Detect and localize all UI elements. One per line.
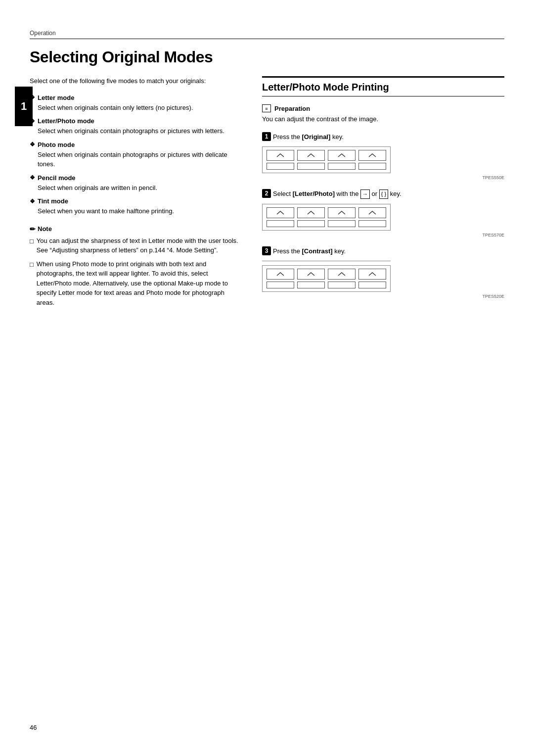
key-btn-5 [267, 163, 294, 170]
step-3-line: 3 Press the [Contrast] key. [262, 246, 504, 256]
note-pencil-icon: ✏ [30, 225, 36, 233]
diagram-label-2: TPES570E [262, 233, 504, 237]
key2-btn-5 [267, 220, 294, 227]
key-btn-8 [358, 163, 386, 170]
key2-btn-3 [328, 207, 356, 218]
note-section: ✏ Note You can adjust the sharpness of t… [30, 225, 242, 308]
step-2-text: Select [Letter/Photo] with the → or { } … [273, 189, 401, 199]
step-1-text: Press the [Original] key. [273, 132, 344, 142]
mode-letterphoto-title-text: Letter/Photo mode [38, 117, 94, 125]
keyboard-diagram-3 [262, 265, 391, 292]
step-2-block: 2 Select [Letter/Photo] with the → or { … [262, 189, 504, 237]
kbd-row-1 [267, 150, 386, 161]
step-3-key: [Contrast] [302, 247, 333, 255]
page-number: 46 [30, 724, 37, 731]
key2-btn-7 [328, 220, 356, 227]
left-column: Select one of the following five modes t… [30, 76, 242, 311]
keyboard-diagram-1 [262, 146, 391, 173]
step-2-line: 2 Select [Letter/Photo] with the → or { … [262, 189, 504, 199]
preparation-label: ≡ Preparation [262, 104, 504, 112]
kbd3-row-2 [267, 282, 386, 288]
key2-btn-6 [297, 220, 325, 227]
breadcrumb-text: Operation [30, 30, 56, 37]
note-item-2: When using Photo mode to print originals… [30, 259, 242, 308]
intro-main-text: Select one of the following five modes t… [30, 77, 206, 85]
key-btn-6 [297, 163, 325, 170]
kbd2-row-2 [267, 220, 386, 227]
key3-btn-8 [358, 282, 386, 288]
mode-tint-title-text: Tint mode [38, 197, 68, 205]
key2-btn-4 [358, 207, 386, 218]
key2-btn-1 [267, 207, 294, 218]
kbd-row-2 [267, 163, 386, 170]
mode-pencil-title: Pencil mode [30, 174, 242, 182]
mode-letterphoto-desc: Select when originals contain photograph… [38, 126, 242, 136]
prep-icon: ≡ [262, 104, 271, 112]
preparation-label-text: Preparation [274, 105, 310, 112]
mode-tint-desc: Select when you want to make halftone pr… [38, 206, 242, 216]
diagram-label-1: TPES550E [262, 175, 504, 180]
step-3-block: 3 Press the [Contrast] key. [262, 246, 504, 299]
step-2-key-letterphoto: [Letter/Photo] [293, 190, 335, 197]
key2-btn-2 [297, 207, 325, 218]
step-1-num: 1 [262, 132, 271, 141]
mode-pencil-title-text: Pencil mode [38, 174, 76, 182]
step-1-line: 1 Press the [Original] key. [262, 132, 504, 142]
section-badge: 1 [15, 87, 33, 126]
mode-photo-title: Photo mode [30, 141, 242, 148]
note-item-1: You can adjust the sharpness of text in … [30, 236, 242, 255]
key3-btn-6 [297, 282, 325, 288]
page-title: Selecting Original Modes [30, 48, 504, 66]
key2-btn-8 [358, 220, 386, 227]
mode-letter-title: Letter mode [30, 94, 242, 101]
key-btn-1 [267, 150, 294, 161]
mode-photo-title-text: Photo mode [38, 141, 75, 148]
key-btn-2 [297, 150, 325, 161]
keyboard-diagram-2 [262, 204, 391, 231]
step-1-key: [Original] [302, 133, 331, 141]
mode-pencil: Pencil mode Select when originals are wr… [30, 174, 242, 193]
mode-tint: Tint mode Select when you want to make h… [30, 197, 242, 216]
section-number: 1 [21, 100, 27, 113]
key-btn-7 [328, 163, 356, 170]
step-3-text: Press the [Contrast] key. [273, 246, 346, 256]
key-btn-3 [328, 150, 356, 161]
right-column: Letter/Photo Mode Printing ≡ Preparation… [262, 76, 504, 311]
mode-photo: Photo mode Select when originals contain… [30, 141, 242, 169]
kbd3-row-1 [267, 269, 386, 280]
note-item-1-text: You can adjust the sharpness of text in … [37, 236, 242, 255]
breadcrumb: Operation [30, 30, 504, 39]
key3-btn-4 [358, 269, 386, 280]
key3-btn-1 [267, 269, 294, 280]
step-3-separator [262, 261, 391, 261]
step-2-num: 2 [262, 189, 271, 198]
right-section-title: Letter/Photo Mode Printing [262, 76, 504, 96]
key3-btn-7 [328, 282, 356, 288]
diagram-label-3: TPES520E [262, 294, 504, 299]
step-1-block: 1 Press the [Original] key. [262, 132, 504, 181]
kbd2-row-1 [267, 207, 386, 218]
preparation-desc: You can adjust the contrast of the image… [262, 114, 504, 124]
preparation-block: ≡ Preparation You can adjust the contras… [262, 104, 504, 124]
key3-btn-2 [297, 269, 325, 280]
step-2-arrow: → [360, 189, 370, 199]
note-item-2-text: When using Photo mode to print originals… [37, 259, 242, 308]
mode-letterphoto-title: Letter/Photo mode [30, 117, 242, 125]
key3-btn-3 [328, 269, 356, 280]
intro-text: Select one of the following five modes t… [30, 76, 242, 86]
mode-tint-title: Tint mode [30, 197, 242, 205]
step-3-num: 3 [262, 246, 271, 255]
mode-letter: Letter mode Select when originals contai… [30, 94, 242, 113]
key-btn-4 [358, 150, 386, 161]
page: 1 Operation Selecting Original Modes Sel… [0, 0, 534, 756]
mode-pencil-desc: Select when originals are written in pen… [38, 183, 242, 193]
mode-photo-desc: Select when originals contain photograph… [38, 150, 242, 169]
step-2-brace: { } [379, 189, 388, 199]
note-title: ✏ Note [30, 225, 242, 233]
mode-letter-title-text: Letter mode [38, 94, 74, 101]
mode-letter-desc: Select when originals contain only lette… [38, 103, 242, 113]
mode-letterphoto: Letter/Photo mode Select when originals … [30, 117, 242, 136]
key3-btn-5 [267, 282, 294, 288]
note-title-text: Note [38, 225, 52, 233]
